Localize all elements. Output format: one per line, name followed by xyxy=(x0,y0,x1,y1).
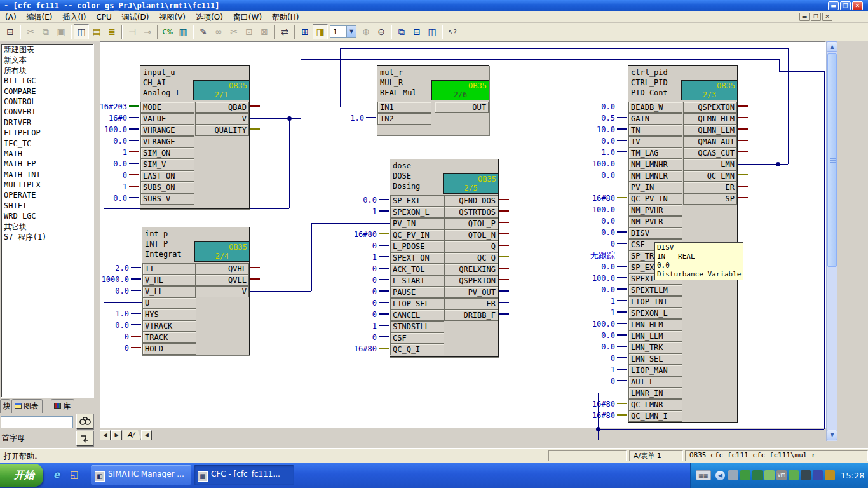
input-port-tm_lag[interactable]: TM_LAG xyxy=(628,147,682,159)
input-port-nm_lmnhr[interactable]: NM_LMNHR xyxy=(628,159,682,170)
menu-item-3[interactable]: CPU xyxy=(91,11,116,23)
input-port-qc_lmn_i[interactable]: QC_LMN_I xyxy=(628,410,682,422)
tray-icon-5[interactable] xyxy=(789,470,799,480)
catalog-item-2[interactable]: 所有块 xyxy=(1,65,93,76)
input-port-ti[interactable]: TI xyxy=(142,263,196,274)
input-port-liop_man[interactable]: LIOP_MAN xyxy=(628,365,682,376)
output-port-qrelxing[interactable]: QRELXING xyxy=(444,264,498,275)
input-port-vlrange[interactable]: VLRANGE xyxy=(140,136,194,147)
output-port-sp[interactable]: SP xyxy=(683,193,737,205)
start-button[interactable]: 开始 xyxy=(0,464,43,487)
catalog-item-0[interactable]: 新建图表 xyxy=(1,44,93,55)
sheet-nav-button-0[interactable]: ◀ xyxy=(100,430,111,440)
catalog-item-13[interactable]: MULTIPLX xyxy=(1,180,93,190)
input-port-sim_on[interactable]: SIM_ON xyxy=(140,147,194,159)
input-port-u[interactable]: U xyxy=(142,297,196,309)
param-value[interactable]: 10.0 xyxy=(597,126,615,133)
output-port-qspexton[interactable]: QSPEXTON xyxy=(444,275,498,287)
param-value[interactable]: 0 xyxy=(125,333,129,341)
sheet-number-select[interactable]: 1▼ xyxy=(330,25,356,38)
input-port-gain[interactable]: GAIN xyxy=(628,113,682,125)
menu-item-5[interactable]: 视图(V) xyxy=(154,11,191,23)
catalog-item-14[interactable]: OPERATE xyxy=(1,190,93,200)
input-port-spext_on[interactable]: SPEXT_ON xyxy=(390,252,444,264)
param-value[interactable]: 16#203 xyxy=(100,103,127,111)
param-value[interactable]: 1 xyxy=(372,254,377,261)
input-port-pv_in[interactable]: PV_IN xyxy=(628,182,682,193)
rearrange-icon[interactable]: ⇄ xyxy=(277,24,292,39)
block-mul_r[interactable]: mul_rMUL_RREAL-MulOB352/6IN1IN2OUT xyxy=(377,65,489,135)
tray-icon-3[interactable] xyxy=(764,470,775,480)
input-port-hys[interactable]: HYS xyxy=(142,309,196,320)
output-port-v[interactable]: V xyxy=(195,286,249,297)
tray-collapse-icon[interactable]: ◀ xyxy=(715,471,725,480)
block-schedule-badge[interactable]: OB352/6 xyxy=(431,80,489,100)
input-port-qc_pv_in[interactable]: QC_PV_IN xyxy=(390,229,444,241)
input-port-l_pdose[interactable]: L_PDOSE xyxy=(390,241,444,252)
tray-icon-2[interactable] xyxy=(752,470,763,480)
param-value[interactable]: 1 xyxy=(372,322,377,330)
param-value[interactable]: 0.0 xyxy=(601,286,615,294)
minimize-button[interactable]: ▬ xyxy=(828,1,839,10)
input-port-qc_lmnr_[interactable]: QC_LMNR_ xyxy=(628,399,682,410)
test-mode-icon[interactable]: ✎ xyxy=(196,24,211,39)
input-port-nm_pvlr[interactable]: NM_PVLR xyxy=(628,216,682,227)
param-value[interactable]: 0 xyxy=(611,240,615,248)
catalog-item-15[interactable]: SHIFT xyxy=(1,201,93,211)
input-port-qc_q_i[interactable]: QC_Q_I xyxy=(390,344,444,355)
print-icon[interactable]: ⊟ xyxy=(3,24,18,39)
tray-icon-8[interactable] xyxy=(825,470,835,480)
output-port-er[interactable]: ER xyxy=(444,298,498,309)
catalog-item-10[interactable]: MATH xyxy=(1,149,93,159)
output-port-qvhl[interactable]: QVHL xyxy=(195,263,249,274)
param-value[interactable]: 100.0 xyxy=(592,320,615,328)
param-value[interactable]: 100.0 xyxy=(592,274,615,282)
catalog-tab-0[interactable]: 块 xyxy=(0,399,10,413)
param-value[interactable]: 0 xyxy=(372,265,377,273)
param-value[interactable]: 0.0 xyxy=(601,332,615,339)
zoom-out-icon[interactable]: ⊖ xyxy=(374,24,389,39)
input-port-tv[interactable]: TV xyxy=(628,136,682,147)
sheet-nav-button-after[interactable]: ◀ xyxy=(141,430,152,440)
input-port-l_start[interactable]: L_START xyxy=(390,275,444,287)
hierarchy-icon[interactable]: ≣ xyxy=(104,24,119,39)
catalog-icon[interactable]: ◫ xyxy=(74,24,89,39)
input-port-vhrange[interactable]: VHRANGE xyxy=(140,125,194,136)
output-port-qstrtdos[interactable]: QSTRTDOS xyxy=(444,207,498,218)
param-value[interactable]: 100.0 xyxy=(104,126,127,133)
tray-icon-4[interactable]: vm xyxy=(776,470,787,480)
param-value[interactable]: 1.0 xyxy=(350,114,364,122)
close-button[interactable]: ✕ xyxy=(852,1,863,10)
param-value[interactable]: 0.5 xyxy=(601,114,615,122)
find-button[interactable] xyxy=(76,414,93,429)
help-pointer-icon[interactable]: ↖? xyxy=(445,24,460,39)
param-value[interactable]: 0.0 xyxy=(601,217,615,225)
input-port-deadb_w[interactable]: DEADB_W xyxy=(628,102,682,113)
input-port-aut_l[interactable]: AUT_L xyxy=(628,376,682,388)
param-value[interactable]: 0 xyxy=(611,355,615,362)
task-button-simatic[interactable]: ◧SIMATIC Manager ... xyxy=(91,465,191,485)
catalog-item-8[interactable]: FLIPFLOP xyxy=(1,128,93,138)
param-value[interactable]: 0 xyxy=(372,276,377,284)
output-port-qend_dos[interactable]: QEND_DOS xyxy=(444,195,498,207)
param-value[interactable]: 0.0 xyxy=(601,229,615,236)
menu-item-1[interactable]: 编辑(E) xyxy=(22,11,58,23)
output-port-out[interactable]: OUT xyxy=(435,102,489,113)
quick-launch-icon-1[interactable]: ◱ xyxy=(67,468,81,482)
output-port-er[interactable]: ER xyxy=(683,182,737,193)
input-port-pause[interactable]: PAUSE xyxy=(390,287,444,298)
param-value[interactable]: 0 xyxy=(123,172,127,179)
dropdown-arrow-icon[interactable]: ▼ xyxy=(346,26,356,37)
catalog-item-5[interactable]: CONTROL xyxy=(1,97,93,107)
input-port-lmnr_in[interactable]: LMNR_IN xyxy=(628,388,682,399)
input-port-lmn_hlm[interactable]: LMN_HLM xyxy=(628,319,682,330)
menu-item-2[interactable]: 插入(I) xyxy=(58,11,92,23)
param-value[interactable]: 0.0 xyxy=(113,194,127,202)
param-value[interactable]: 1.0 xyxy=(601,149,615,156)
input-port-lmn_trk[interactable]: LMN_TRK xyxy=(628,342,682,353)
input-port-liop_sel[interactable]: LIOP_SEL xyxy=(390,298,444,309)
input-port-hold[interactable]: HOLD xyxy=(142,343,196,355)
param-value[interactable]: 1 xyxy=(123,183,127,191)
param-value[interactable]: 100.0 xyxy=(592,206,615,214)
param-value[interactable]: 16#80 xyxy=(354,345,377,353)
